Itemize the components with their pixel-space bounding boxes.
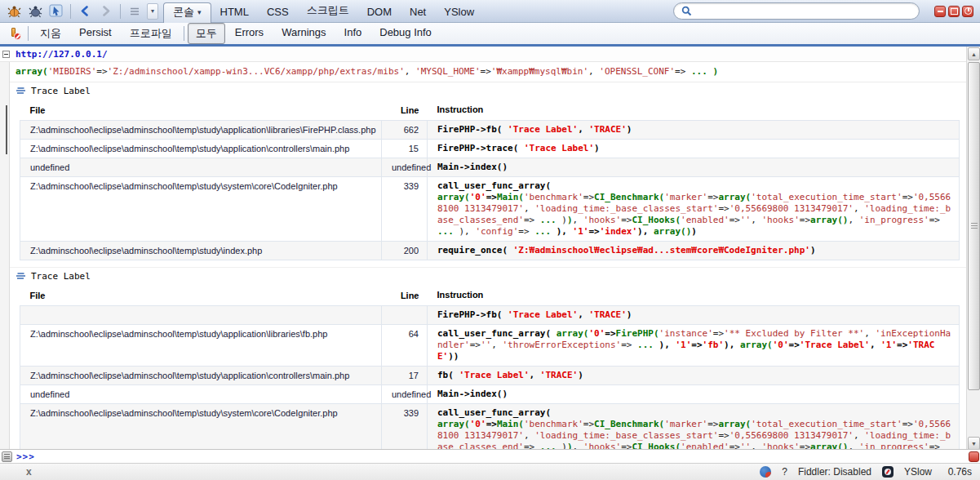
firephp-icon[interactable] bbox=[760, 466, 771, 478]
code-segment: 'throwErrorExceptions' bbox=[503, 340, 622, 350]
vertical-scrollbar[interactable]: ▲ ▼ bbox=[966, 47, 980, 451]
code-segment: array( bbox=[718, 192, 751, 202]
code-segment: '0' bbox=[470, 419, 486, 429]
search-box[interactable] bbox=[673, 2, 920, 20]
search-input[interactable] bbox=[697, 6, 911, 17]
trace-file-cell: undefined bbox=[20, 385, 382, 404]
code-segment: , bbox=[848, 442, 858, 449]
minimize-button[interactable] bbox=[934, 6, 946, 17]
trace-file-cell: undefined bbox=[20, 158, 382, 177]
close-firebug-button[interactable]: x bbox=[26, 466, 32, 478]
action-persist-button[interactable]: Persist bbox=[71, 23, 120, 44]
code-segment: => bbox=[588, 226, 599, 237]
code-segment: Main( bbox=[497, 192, 524, 202]
break-on-error-icon[interactable] bbox=[8, 27, 21, 40]
code-segment: FirePHP->fb( bbox=[437, 309, 508, 320]
code-segment: ) bbox=[691, 226, 697, 237]
tab-net[interactable]: Net bbox=[401, 2, 435, 23]
trace-table-header: FileLineInstruction bbox=[20, 100, 960, 121]
code-segment: array( bbox=[557, 328, 589, 339]
toolbar-dropdown-button[interactable]: ▾ bbox=[147, 3, 158, 20]
command-line-red-button[interactable] bbox=[969, 451, 979, 462]
code-segment: => bbox=[481, 66, 491, 77]
trace-row[interactable]: Z:\adminschool\eclipse\adminschool\temp\… bbox=[20, 367, 960, 385]
code-segment: 'TRACE' bbox=[588, 124, 626, 135]
filter-debug-info-button[interactable]: Debug Info bbox=[371, 23, 440, 44]
trace-group-header[interactable]: Trace Label bbox=[0, 268, 966, 284]
scroll-up-button[interactable]: ▲ bbox=[968, 47, 980, 60]
trace-icon bbox=[16, 272, 26, 281]
code-segment: => bbox=[929, 215, 940, 225]
trace-row[interactable]: Z:\adminschool\eclipse\adminschool\temp\… bbox=[20, 242, 960, 260]
code-segment: , bbox=[524, 203, 534, 214]
trace-file-cell: Z:\adminschool\eclipse\adminschool\temp\… bbox=[20, 242, 382, 260]
code-segment: 'loading_time:_base_classes_start' bbox=[534, 203, 718, 214]
filter-warnings-button[interactable]: Warnings bbox=[273, 23, 334, 44]
trace-row[interactable]: Z:\adminschool\eclipse\adminschool\temp\… bbox=[20, 121, 960, 140]
filter-info-button[interactable]: Info bbox=[336, 23, 370, 44]
command-line-icon[interactable] bbox=[2, 451, 12, 462]
code-segment: ) bbox=[627, 124, 632, 135]
fiddler-status[interactable]: Fiddler: Disabled bbox=[798, 466, 871, 478]
scroll-down-button[interactable]: ▼ bbox=[968, 437, 980, 450]
trace-group-header[interactable]: Trace Label bbox=[0, 82, 966, 99]
page-load-time[interactable]: 0.76s bbox=[942, 466, 972, 478]
trace-row[interactable]: Z:\adminschool\eclipse\adminschool\temp\… bbox=[20, 140, 960, 158]
request-url-link[interactable]: http://127.0.0.1/ bbox=[16, 49, 108, 60]
trace-label: Trace Label bbox=[31, 86, 91, 96]
bug-glyph bbox=[29, 5, 42, 18]
code-segment: Main->index() bbox=[437, 162, 508, 172]
code-segment: , bbox=[405, 66, 415, 77]
code-segment: '' bbox=[740, 215, 751, 225]
code-segment: => bbox=[902, 192, 913, 202]
trace-label: Trace Label bbox=[31, 271, 91, 282]
trace-row[interactable]: undefinedundefinedMain->index() bbox=[20, 385, 960, 404]
trace-row[interactable]: undefinedundefinedMain->index() bbox=[20, 158, 960, 177]
trace-file-cell: Z:\adminschool\eclipse\adminschool\temp\… bbox=[20, 367, 382, 385]
code-segment: CI_Hooks( bbox=[632, 442, 681, 449]
action-clear-button[interactable]: 지움 bbox=[32, 23, 69, 44]
detach-window-button[interactable] bbox=[948, 6, 960, 17]
yslow-label[interactable]: YSlow bbox=[904, 466, 932, 478]
forward-icon[interactable] bbox=[97, 2, 115, 20]
tab-css[interactable]: CSS bbox=[258, 2, 298, 23]
trace-line-cell: 662 bbox=[382, 121, 428, 140]
tab-yslow[interactable]: YSlow bbox=[435, 2, 483, 23]
trace-row[interactable]: FirePHP->fb( 'Trace Label', 'TRACE') bbox=[20, 306, 960, 325]
tab-dom[interactable]: DOM bbox=[358, 2, 401, 23]
trace-line-cell: 15 bbox=[382, 140, 428, 158]
command-line-input[interactable] bbox=[39, 451, 964, 462]
firebug-icon[interactable] bbox=[5, 2, 23, 20]
code-segment: ), bbox=[724, 340, 740, 350]
log-entry[interactable]: array('MIBDIRS'=>'Z:/adminschool/xampp-w… bbox=[0, 62, 966, 82]
code-segment: 'Z:/adminschool/xampp-win3...VC6/xampp/p… bbox=[108, 66, 405, 77]
trace-file-cell: Z:\adminschool\eclipse\adminschool\temp\… bbox=[20, 140, 382, 158]
filter-all-button[interactable]: 모두 bbox=[188, 23, 225, 44]
code-segment: ) bbox=[594, 143, 600, 153]
scrollbar-thumb[interactable] bbox=[968, 62, 980, 390]
deactivate-button[interactable] bbox=[962, 6, 973, 17]
trace-instruction-cell: call_user_func_array(array('0'=>Main('be… bbox=[428, 177, 960, 242]
tab-html[interactable]: HTML bbox=[211, 2, 258, 23]
history-list-icon[interactable] bbox=[126, 2, 144, 20]
trace-instruction-cell: call_user_func_array( array('0'=>FirePHP… bbox=[428, 325, 960, 367]
secondary-bug-icon[interactable] bbox=[26, 2, 44, 20]
code-segment: 'enabled' bbox=[681, 442, 729, 449]
code-segment: => bbox=[621, 340, 637, 350]
trace-row[interactable]: Z:\adminschool\eclipse\adminschool\temp\… bbox=[20, 404, 960, 450]
help-button[interactable]: ? bbox=[782, 466, 787, 478]
action-profile-button[interactable]: 프로파일 bbox=[122, 23, 180, 44]
trace-instruction-cell: fb( 'Trace Label', 'TRACE') bbox=[428, 367, 960, 385]
tab-console[interactable]: 콘솔▾ bbox=[163, 2, 211, 23]
request-group-header[interactable]: http://127.0.0.1/ bbox=[0, 47, 966, 62]
collapse-icon[interactable] bbox=[2, 51, 10, 58]
code-segment: 'MIBDIRS' bbox=[48, 66, 97, 77]
tab-script[interactable]: 스크립트 bbox=[298, 0, 358, 23]
trace-row[interactable]: Z:\adminschool\eclipse\adminschool\temp\… bbox=[20, 325, 960, 367]
yslow-icon[interactable] bbox=[882, 466, 894, 478]
filter-errors-button[interactable]: Errors bbox=[227, 23, 272, 44]
inspect-element-icon[interactable] bbox=[47, 2, 65, 20]
back-icon[interactable] bbox=[76, 2, 94, 20]
trace-row[interactable]: Z:\adminschool\eclipse\adminschool\temp\… bbox=[20, 177, 960, 242]
trace-instruction-cell: call_user_func_array(array('0'=>Main('be… bbox=[428, 404, 960, 450]
